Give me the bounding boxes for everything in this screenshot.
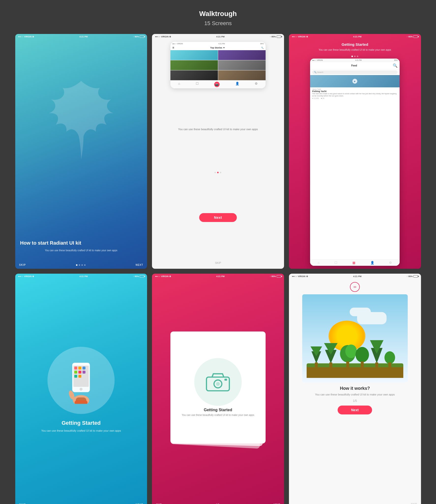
svg-rect-2 <box>74 367 77 370</box>
screen6-content: ∞ <box>289 279 421 504</box>
screen5-card-desc: You can use these beautifully crafted UI… <box>180 413 256 417</box>
screen2-content: ●●○○ VIRGIN4:21 PM95% ☰ Top Stories ▼ 🔍 <box>152 39 284 269</box>
screen3-dot-1 <box>351 56 353 57</box>
screen2-inner-status: ●●○○ VIRGIN4:21 PM95% <box>170 42 266 46</box>
screen6-title: How it works? <box>340 386 370 391</box>
svg-rect-7 <box>83 371 86 374</box>
photo-cell-5 <box>170 70 218 80</box>
screen2-phone-mockup: ●●○○ VIRGIN4:21 PM95% ☰ Top Stories ▼ 🔍 <box>170 42 266 88</box>
screen5-bottom-nav: SKIP 1/5 NEXT <box>152 501 284 504</box>
screen-4: ●●○○ VIRGIN ⊕ 4:21 PM ↑ 95% <box>15 274 147 504</box>
screen1-next-label[interactable]: NEXT <box>135 264 143 266</box>
feed-likes: ♥ 12,650 <box>312 97 319 99</box>
svg-point-17 <box>216 382 220 386</box>
svg-point-10 <box>80 388 83 391</box>
camera-icon <box>205 369 231 395</box>
screen-6: ●●○○ VIRGIN ⊕ 4:21 PM ↑ 95% ∞ <box>289 274 421 504</box>
screen2-status-left: ●●○○ VIRGIN ⊕ <box>155 35 171 38</box>
screen6-status-left: ●●○○ VIRGIN ⊕ <box>292 275 308 278</box>
screen1-skip-label[interactable]: SKIP <box>19 264 26 266</box>
screen3-search-bar[interactable]: 🔍 Search <box>312 70 397 74</box>
screen3-inner-phone: ●●○○ VIRGIN4:21 PM95% ☰ Feed 🔍 🔍 Search … <box>310 59 399 266</box>
screen4-status-right: ↑ 95% <box>133 275 144 278</box>
screen3-dot-2 <box>354 56 356 57</box>
screen2-dot-1 <box>214 172 216 173</box>
screen2-dot-2 <box>217 172 219 173</box>
screen2-dot-3 <box>220 172 221 173</box>
screen1-title: How to start Radiant UI kit <box>20 240 142 246</box>
screen5-status-right: ↑ 95% <box>270 275 281 278</box>
screen1-description: You can use these beautifully crafted UI… <box>20 249 142 252</box>
svg-rect-6 <box>78 371 81 374</box>
svg-rect-8 <box>74 375 77 378</box>
photo-cell-1 <box>170 50 218 60</box>
photo-cell-4 <box>218 60 266 70</box>
screen3-content: Getting Started You can use these beauti… <box>289 39 421 269</box>
dot-3 <box>81 264 83 266</box>
screen6-nature-scene <box>302 294 408 382</box>
screen3-status-bar: ●●○○ VIRGIN ⊕ 4:21 PM ↑ 95% <box>289 34 421 39</box>
screen6-description: You can use these beautifully crafted UI… <box>315 393 395 397</box>
svg-rect-5 <box>74 371 77 374</box>
screen1-dots <box>76 264 86 266</box>
screen5-card-title: Getting Started <box>204 408 232 412</box>
page-header: Walktrough 15 Screens <box>15 10 421 27</box>
screen3-feed-item: ▶ Jason Todd Fishing Yacht The man who m… <box>310 75 399 259</box>
screen2-text: You can use these beautifully crafted UI… <box>176 125 260 133</box>
screen3-dot-3 <box>357 56 358 57</box>
svg-rect-9 <box>78 375 81 378</box>
screen1-status-bar: ●●○○ VIRGIN ⊕ 4:21 PM ↑ 95% <box>15 34 147 39</box>
screen3-inner-nav: ☰ Feed 🔍 <box>310 62 399 69</box>
screen6-next-button[interactable]: Next <box>338 406 372 414</box>
card-front: Getting Started You can use these beauti… <box>170 331 266 443</box>
screen4-circle <box>47 347 115 414</box>
screen3-dots <box>351 56 358 57</box>
screen6-status-bar: ●●○○ VIRGIN ⊕ 4:21 PM ↑ 95% <box>289 274 421 279</box>
screen1-bottom-nav: SKIP NEXT <box>15 261 147 269</box>
screen6-status-time: 4:21 PM <box>353 275 361 278</box>
screen3-feed-post-desc: The man who made a very good reason to a… <box>312 93 397 97</box>
svg-rect-34 <box>375 362 378 367</box>
screens-grid: ●●○○ VIRGIN ⊕ 4:21 PM ↑ 95% How to start… <box>15 34 421 504</box>
screen4-content: Getting Started You can use these beauti… <box>15 279 147 501</box>
screen3-status-time: 4:21 PM <box>353 35 361 38</box>
screen-2: ●●○○ VIRGIN ⊕ 4:21 PM ↑ 95% ●●○○ VIRGIN4… <box>152 34 284 269</box>
screen1-status-left: ●●○○ VIRGIN ⊕ <box>18 35 34 38</box>
svg-rect-19 <box>307 366 403 378</box>
dot-2 <box>79 264 80 266</box>
screen4-bottom-nav: SKIP NEXT <box>15 501 147 504</box>
screen-1: ●●○○ VIRGIN ⊕ 4:21 PM ↑ 95% How to start… <box>15 34 147 269</box>
screen4-status-left: ●●○○ VIRGIN ⊕ <box>18 275 34 278</box>
screen3-title: Getting Started <box>319 42 391 47</box>
screen3-inner-status: ●●○○ VIRGIN4:21 PM95% <box>310 59 399 62</box>
svg-rect-36 <box>388 362 391 367</box>
screen-5: ●●○○ VIRGIN ⊕ 4:21 PM ↑ 95% <box>152 274 284 504</box>
photo-cell-2 <box>218 50 266 60</box>
trees-illustration <box>302 330 408 378</box>
screen2-dots <box>214 172 221 173</box>
leaf-illustration <box>35 62 127 184</box>
play-button[interactable]: ▶ <box>352 79 357 84</box>
screen3-feed-image: ▶ <box>310 75 399 87</box>
screen5-content: Getting Started You can use these beauti… <box>152 279 284 501</box>
svg-rect-3 <box>78 367 81 370</box>
screen2-skip-label[interactable]: SKIP <box>211 260 225 266</box>
camera-circle <box>194 358 242 406</box>
svg-point-28 <box>345 345 357 358</box>
screen1-status-time: 4:21 PM <box>79 35 88 38</box>
screen2-inner-nav: ☰ Top Stories ▼ 🔍 <box>170 46 266 50</box>
screen3-header-desc: You can use these beautifully crafted UI… <box>319 48 391 52</box>
svg-point-35 <box>384 351 395 364</box>
screen-3: ●●○○ VIRGIN ⊕ 4:21 PM ↑ 95% Getting Star… <box>289 34 421 269</box>
screen4-title: Getting Started <box>61 420 101 426</box>
screen6-skip-label[interactable]: SKIP <box>411 503 417 504</box>
screen2-status-right: ↑ 95% <box>270 35 281 38</box>
screen2-next-button[interactable]: Next <box>199 213 237 222</box>
screen3-status-left: ●●○○ VIRGIN ⊕ <box>292 35 308 38</box>
screen3-feed-post-title: Fishing Yacht <box>312 90 397 93</box>
screen1-content: How to start Radiant UI kit You can use … <box>15 39 147 261</box>
screen3-feed-stats: ♥ 12,650 ■ 24 <box>312 97 397 99</box>
screen1-text: How to start Radiant UI kit You can use … <box>20 240 142 256</box>
svg-marker-33 <box>370 340 383 354</box>
screen1-status-right: ↑ 95% <box>133 35 144 38</box>
